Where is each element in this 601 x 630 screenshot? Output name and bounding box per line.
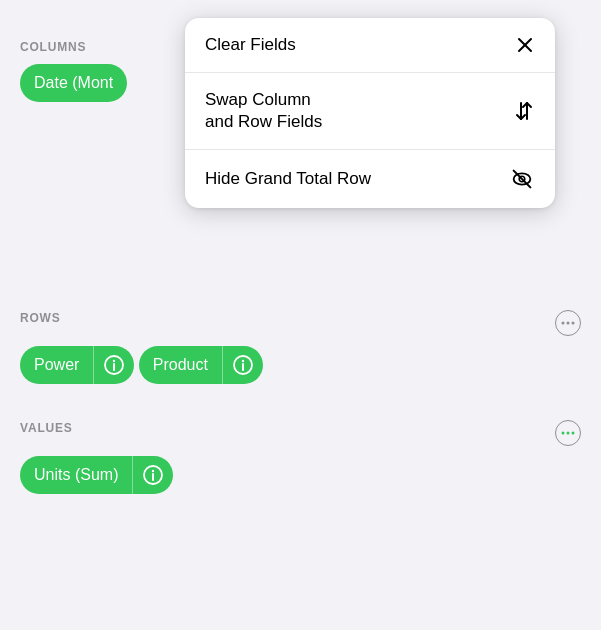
power-pill[interactable]: Power: [20, 346, 134, 384]
rows-section-header: ROWS: [20, 310, 581, 336]
product-label: Product: [139, 356, 222, 374]
swap-icon: [513, 100, 535, 122]
values-section-header: VALUES: [20, 420, 581, 446]
rows-action-icon[interactable]: [555, 310, 581, 336]
power-info-btn[interactable]: [94, 346, 134, 384]
swap-fields-label: Swap Columnand Row Fields: [205, 89, 322, 133]
swap-fields-item[interactable]: Swap Columnand Row Fields: [185, 73, 555, 150]
svg-point-10: [113, 360, 115, 362]
context-menu: Clear Fields Swap Columnand Row Fields H…: [185, 18, 555, 208]
close-icon: [515, 35, 535, 55]
svg-point-15: [567, 432, 570, 435]
svg-point-6: [567, 322, 570, 325]
power-label: Power: [20, 356, 93, 374]
units-sum-info-btn[interactable]: [133, 456, 173, 494]
svg-point-19: [152, 470, 154, 472]
values-action-icon[interactable]: [555, 420, 581, 446]
clear-fields-label: Clear Fields: [205, 34, 296, 56]
product-pill[interactable]: Product: [139, 346, 263, 384]
rows-label: ROWS: [20, 311, 61, 325]
values-label: VALUES: [20, 421, 73, 435]
svg-point-13: [242, 360, 244, 362]
hide-eye-icon: [509, 166, 535, 192]
date-month-label: Date (Mont: [20, 74, 127, 92]
date-month-pill[interactable]: Date (Mont: [20, 64, 127, 102]
svg-point-5: [562, 322, 565, 325]
svg-point-16: [572, 432, 575, 435]
rows-section: ROWS Power Product: [20, 310, 581, 392]
product-info-btn[interactable]: [223, 346, 263, 384]
values-section: VALUES Units (Sum): [20, 420, 581, 502]
units-sum-pill[interactable]: Units (Sum): [20, 456, 173, 494]
svg-point-7: [572, 322, 575, 325]
hide-grand-total-item[interactable]: Hide Grand Total Row: [185, 150, 555, 208]
svg-point-14: [562, 432, 565, 435]
clear-fields-item[interactable]: Clear Fields: [185, 18, 555, 73]
hide-grand-total-label: Hide Grand Total Row: [205, 168, 371, 190]
units-sum-label: Units (Sum): [20, 466, 132, 484]
